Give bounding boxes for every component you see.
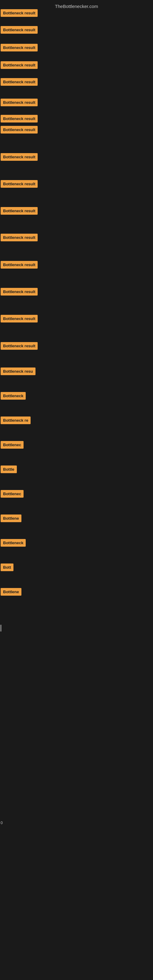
bottleneck-item-18: Bottleneck bbox=[1, 392, 26, 401]
bottleneck-badge: Bottleneck result bbox=[1, 9, 38, 17]
bottleneck-item-5: Bottleneck result bbox=[1, 78, 38, 87]
bottleneck-item-10: Bottleneck result bbox=[1, 180, 38, 189]
bottleneck-badge: Bottleneck result bbox=[1, 288, 38, 296]
small-label: 0 bbox=[1, 821, 3, 825]
bottleneck-item-6: Bottleneck result bbox=[1, 99, 38, 108]
bottleneck-item-7: Bottleneck result bbox=[1, 115, 38, 124]
bottleneck-badge: Bottleneck result bbox=[1, 315, 38, 323]
bottleneck-item-22: Bottlenec bbox=[1, 490, 24, 499]
bottleneck-badge: Bottlene bbox=[1, 514, 21, 522]
bottleneck-badge: Bottleneck result bbox=[1, 44, 38, 51]
bottleneck-badge: Bottleneck result bbox=[1, 26, 38, 34]
bottleneck-item-8: Bottleneck result bbox=[1, 126, 38, 135]
bottleneck-badge: Bottleneck bbox=[1, 392, 26, 400]
bottleneck-item-25: Bott bbox=[1, 563, 13, 573]
bottleneck-badge: Bottleneck result bbox=[1, 99, 38, 106]
page-container: TheBottlenecker.com Bottleneck resultBot… bbox=[0, 0, 153, 980]
bottleneck-badge: Bottlenec bbox=[1, 441, 24, 449]
bottleneck-item-19: Bottleneck re bbox=[1, 417, 30, 425]
bottleneck-badge: Bottleneck result bbox=[1, 115, 38, 123]
bottleneck-item-26: Bottlene bbox=[1, 588, 21, 597]
bottleneck-item-21: Bottle bbox=[1, 466, 17, 474]
bottleneck-badge: Bottleneck bbox=[1, 539, 26, 547]
bottleneck-badge: Bottleneck result bbox=[1, 234, 38, 241]
bottleneck-badge: Bottleneck result bbox=[1, 342, 38, 350]
bottleneck-badge: Bottleneck result bbox=[1, 126, 38, 134]
bottleneck-badge: Bottleneck re bbox=[1, 417, 30, 424]
bottleneck-badge: Bottleneck result bbox=[1, 61, 38, 69]
bottleneck-badge: Bottlene bbox=[1, 588, 21, 596]
bottleneck-item-15: Bottleneck result bbox=[1, 315, 38, 324]
cursor-indicator bbox=[1, 625, 1, 632]
bottleneck-badge: Bott bbox=[1, 563, 13, 571]
bottleneck-badge: Bottleneck result bbox=[1, 261, 38, 269]
bottleneck-item-4: Bottleneck result bbox=[1, 61, 38, 70]
bottleneck-item-20: Bottlenec bbox=[1, 441, 24, 450]
bottleneck-badge: Bottle bbox=[1, 466, 17, 473]
bottleneck-item-12: Bottleneck result bbox=[1, 234, 38, 243]
bottleneck-item-14: Bottleneck result bbox=[1, 288, 38, 297]
bottleneck-item-11: Bottleneck result bbox=[1, 207, 38, 216]
bottleneck-badge: Bottleneck result bbox=[1, 153, 38, 161]
bottleneck-badge: Bottleneck resu bbox=[1, 368, 35, 375]
bottleneck-badge: Bottleneck result bbox=[1, 180, 38, 188]
bottleneck-item-24: Bottleneck bbox=[1, 539, 26, 548]
bottleneck-item-1: Bottleneck result bbox=[1, 9, 38, 18]
bottleneck-badge: Bottleneck result bbox=[1, 78, 38, 86]
bottleneck-item-3: Bottleneck result bbox=[1, 44, 38, 52]
bottleneck-badge: Bottlenec bbox=[1, 490, 24, 498]
bottleneck-item-13: Bottleneck result bbox=[1, 261, 38, 270]
bottleneck-item-17: Bottleneck resu bbox=[1, 368, 35, 376]
bottleneck-badge: Bottleneck result bbox=[1, 207, 38, 215]
bottleneck-item-23: Bottlene bbox=[1, 514, 21, 523]
bottleneck-item-9: Bottleneck result bbox=[1, 153, 38, 162]
bottleneck-item-16: Bottleneck result bbox=[1, 342, 38, 351]
bottleneck-item-2: Bottleneck result bbox=[1, 26, 38, 35]
